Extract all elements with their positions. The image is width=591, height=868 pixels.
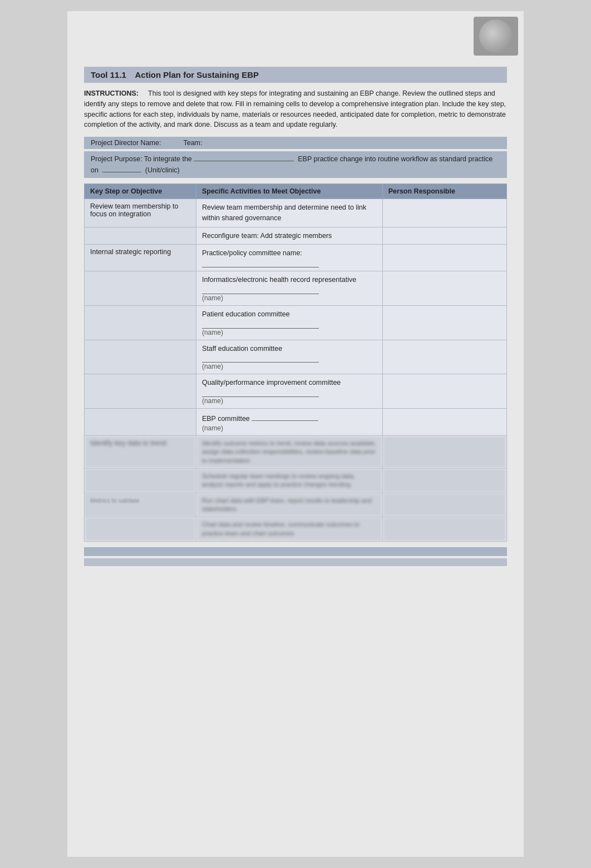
activity-cell: Quality/performance improvement committe… xyxy=(196,374,382,409)
activity-name: (name) xyxy=(202,397,223,405)
table-row: Quality/performance improvement committe… xyxy=(85,374,507,409)
project-purpose-field1[interactable] xyxy=(194,153,294,161)
person-cell xyxy=(382,340,506,374)
action-plan-table: Key Step or Objective Specific Activitie… xyxy=(84,183,507,542)
person-cell xyxy=(382,409,506,436)
table-row: Identify key data to trend Identify outc… xyxy=(85,435,507,468)
activity-cell: Reconfigure team: Add strategic members xyxy=(196,227,382,245)
activity-cell: Run chart data with EBP team, report res… xyxy=(196,493,382,517)
key-step-cell xyxy=(85,340,196,374)
table-row: Review team membership to focus on integ… xyxy=(85,199,507,227)
activity-cell: Schedule regular team meetings to review… xyxy=(196,468,382,493)
person-cell xyxy=(382,493,506,517)
table-row: Patient education committee (name) xyxy=(85,305,507,340)
activity-name: (name) xyxy=(202,329,223,336)
key-step-cell xyxy=(85,517,196,542)
activity-text: Staff education committee xyxy=(202,345,282,353)
activity-text: Informatics/electronic health record rep… xyxy=(202,276,356,284)
activity-cell: Patient education committee (name) xyxy=(196,305,382,340)
person-cell xyxy=(382,305,506,340)
activity-cell: Staff education committee (name) xyxy=(196,340,382,374)
logo-image xyxy=(479,19,513,53)
project-purpose-field2[interactable] xyxy=(102,165,141,172)
activity-underline xyxy=(252,413,318,421)
activity-name: (name) xyxy=(202,363,223,370)
key-step-cell: Metrics to validate xyxy=(85,493,196,517)
key-step-cell xyxy=(85,374,196,409)
project-purpose-suffix: (Unit/clinic) xyxy=(145,166,180,174)
activity-text: EBP committee xyxy=(202,415,252,423)
activity-name: (name) xyxy=(202,424,223,432)
logo-area xyxy=(474,17,518,56)
activity-text: Practice/policy committee name: xyxy=(202,249,302,257)
person-cell xyxy=(382,227,506,245)
activity-text: Review team membership and determine nee… xyxy=(202,204,366,222)
table-row: Schedule regular team meetings to review… xyxy=(85,468,507,493)
tool-title: Action Plan for Sustaining EBP xyxy=(129,70,259,80)
activity-cell: Identify outcome metrics to trend, revie… xyxy=(196,435,382,468)
activity-cell: Practice/policy committee name: xyxy=(196,245,382,271)
activity-name: (name) xyxy=(202,294,223,302)
activity-text: Quality/performance improvement committe… xyxy=(202,379,341,386)
project-director-label: Project Director Name: xyxy=(91,139,161,147)
project-info-bar: Project Director Name: Team: xyxy=(84,137,507,149)
tool-title-bar: Tool 11.1 Action Plan for Sustaining EBP xyxy=(84,67,507,83)
activity-text: Reconfigure team: Add strategic members xyxy=(202,232,332,240)
activity-underline xyxy=(202,321,319,329)
person-cell xyxy=(382,271,506,306)
key-step-cell: Review team membership to focus on integ… xyxy=(85,199,196,227)
project-purpose-bar: Project Purpose: To integrate the EBP pr… xyxy=(84,151,507,178)
footer-bar-2 xyxy=(84,558,507,566)
activity-cell: EBP committee (name) xyxy=(196,409,382,436)
table-row: Reconfigure team: Add strategic members xyxy=(85,227,507,245)
key-step-cell xyxy=(85,409,196,436)
table-row: EBP committee (name) xyxy=(85,409,507,436)
key-step-cell xyxy=(85,271,196,306)
project-team-label: Team: xyxy=(183,139,202,147)
activity-cell: Review team membership and determine nee… xyxy=(196,199,382,227)
activity-cell: Chart data and review timeline, communic… xyxy=(196,517,382,542)
tool-number: Tool 11.1 xyxy=(91,70,126,80)
key-step-cell: Identify key data to trend xyxy=(85,435,196,468)
instructions: INSTRUCTIONS: This tool is designed with… xyxy=(84,88,507,130)
table-row: Staff education committee (name) xyxy=(85,340,507,374)
key-step-cell xyxy=(85,468,196,493)
col-header-activities: Specific Activities to Meet Objective xyxy=(196,184,382,199)
col-header-person: Person Responsible xyxy=(382,184,506,199)
footer-bar-1 xyxy=(84,547,507,556)
activity-text: Patient education committee xyxy=(202,310,290,318)
activity-underline xyxy=(202,286,319,294)
instructions-text: This tool is designed with key steps for… xyxy=(84,90,506,128)
table-row: Metrics to validate Run chart data with … xyxy=(85,493,507,517)
instructions-label: INSTRUCTIONS: xyxy=(84,90,139,97)
activity-underline xyxy=(202,389,319,397)
table-row: Informatics/electronic health record rep… xyxy=(85,271,507,306)
person-cell xyxy=(382,517,506,542)
col-header-key-step: Key Step or Objective xyxy=(85,184,196,199)
table-row: Chart data and review timeline, communic… xyxy=(85,517,507,542)
page: Tool 11.1 Action Plan for Sustaining EBP… xyxy=(67,11,524,857)
person-cell xyxy=(382,468,506,493)
key-step-cell: Internal strategic reporting xyxy=(85,245,196,271)
key-step-cell xyxy=(85,305,196,340)
project-purpose-prefix: Project Purpose: To integrate the xyxy=(91,155,192,163)
activity-underline xyxy=(202,260,319,267)
person-cell xyxy=(382,374,506,409)
person-cell xyxy=(382,245,506,271)
table-row: Internal strategic reporting Practice/po… xyxy=(85,245,507,271)
key-step-cell xyxy=(85,227,196,245)
person-cell xyxy=(382,199,506,227)
activity-cell: Informatics/electronic health record rep… xyxy=(196,271,382,306)
person-cell xyxy=(382,435,506,468)
activity-underline xyxy=(202,355,319,363)
